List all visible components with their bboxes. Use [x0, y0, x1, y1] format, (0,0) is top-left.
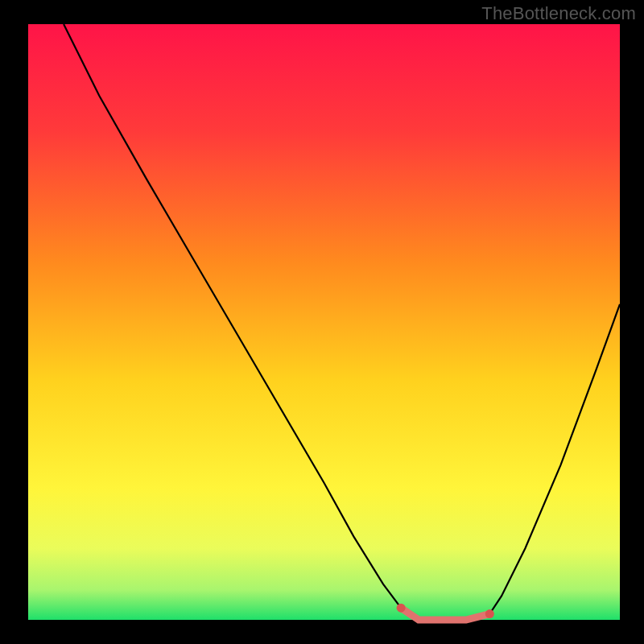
- bottleneck-chart: [0, 0, 644, 644]
- chart-plot-area: [28, 24, 620, 620]
- highlight-endpoint-dot: [397, 604, 406, 613]
- highlight-endpoint-dot: [485, 609, 494, 618]
- watermark-text: TheBottleneck.com: [481, 3, 636, 24]
